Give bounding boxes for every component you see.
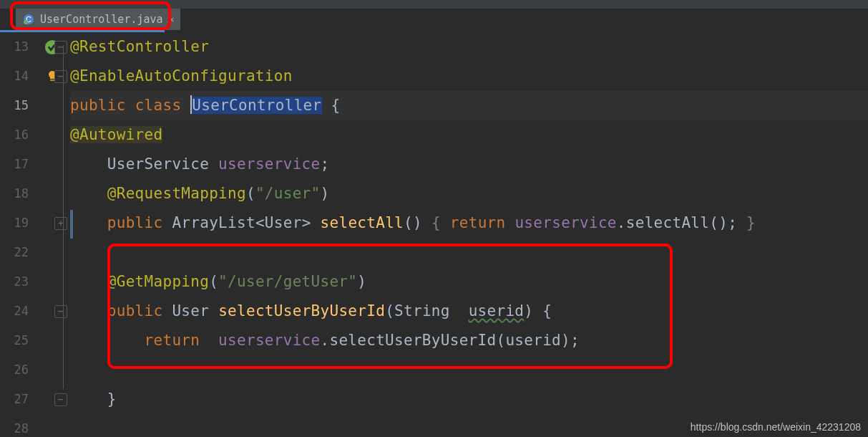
code-line[interactable]: } xyxy=(70,385,868,414)
line-number: 27 xyxy=(0,385,29,414)
code-line[interactable]: @Autowired xyxy=(70,120,868,150)
change-marker xyxy=(70,210,73,239)
selected-identifier: UserController xyxy=(192,97,321,114)
code-line[interactable] xyxy=(70,355,868,385)
line-number: 28 xyxy=(0,414,29,437)
line-number: 26 xyxy=(0,355,29,385)
fold-collapse-icon[interactable] xyxy=(54,393,67,406)
watermark-text: https://blog.csdn.net/weixin_42231208 xyxy=(691,421,861,433)
fold-expand-icon[interactable] xyxy=(54,217,67,230)
window-top-strip xyxy=(0,0,868,9)
line-number: 19 xyxy=(0,208,29,238)
line-number: 16 xyxy=(0,120,29,150)
gutter-icon-column xyxy=(34,32,70,437)
code-line[interactable]: @RequestMapping("/user") xyxy=(70,179,868,208)
line-number: 24 xyxy=(0,297,29,326)
fold-guide-line xyxy=(63,45,64,389)
editor-window: C UserController.java × 13 14 15 16 17 1… xyxy=(0,0,868,437)
editor-tab-bar: C UserController.java × xyxy=(0,9,868,30)
code-line[interactable]: return userservice.selectUserByUserId(us… xyxy=(70,326,868,355)
line-number: 13 xyxy=(0,32,29,62)
code-line[interactable]: public class UserController { xyxy=(70,91,868,120)
code-line[interactable]: @RestController xyxy=(70,32,868,62)
svg-point-2 xyxy=(24,20,28,24)
fold-collapse-icon[interactable] xyxy=(54,305,67,318)
code-line[interactable]: @GetMapping("/user/getUser") xyxy=(70,267,868,297)
java-class-icon: C xyxy=(23,14,34,25)
code-area[interactable]: @RestController @EnableAutoConfiguration… xyxy=(70,32,868,437)
code-line[interactable]: UserService userservice; xyxy=(70,150,868,179)
code-line[interactable] xyxy=(70,238,868,267)
line-number: 18 xyxy=(0,179,29,208)
tab-close-icon[interactable]: × xyxy=(169,14,175,24)
fold-collapse-icon[interactable] xyxy=(54,41,67,54)
fold-collapse-icon[interactable] xyxy=(54,70,67,83)
line-number: 23 xyxy=(0,267,29,297)
line-number: 14 xyxy=(0,62,29,91)
line-number: 25 xyxy=(0,326,29,355)
line-number-gutter: 13 14 15 16 17 18 19 22 23 24 25 26 27 2… xyxy=(0,32,34,437)
line-number: 17 xyxy=(0,150,29,179)
code-line[interactable]: @EnableAutoConfiguration xyxy=(70,62,868,91)
code-editor[interactable]: 13 14 15 16 17 18 19 22 23 24 25 26 27 2… xyxy=(0,32,868,437)
code-line[interactable]: public User selectUserByUserId(String us… xyxy=(70,297,868,326)
editor-tab[interactable]: C UserController.java × xyxy=(16,9,180,30)
line-number: 15 xyxy=(0,91,29,120)
tab-filename: UserController.java xyxy=(40,13,163,26)
code-line[interactable]: public ArrayList<User> selectAll() { ret… xyxy=(70,208,868,238)
line-number: 22 xyxy=(0,238,29,267)
